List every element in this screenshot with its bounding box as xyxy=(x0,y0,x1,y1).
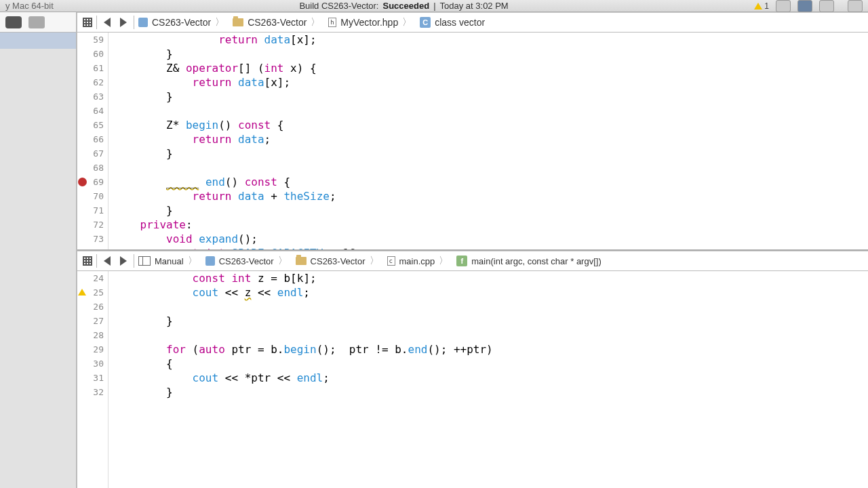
chevron-right-icon: 〉 xyxy=(370,255,379,267)
counterparts-icon[interactable] xyxy=(28,16,45,28)
gutter-bottom[interactable]: 242526272829303132 xyxy=(77,271,108,488)
code-bottom[interactable]: const int z = b[k]; cout << z << endl; }… xyxy=(108,271,868,488)
breadcrumb-symbol-label: class vector xyxy=(435,17,485,28)
navigator-mini-toolbar xyxy=(0,12,76,33)
breadcrumb-project-label: CS263-Vector xyxy=(219,256,274,266)
breadcrumb-symbol-label: main(int argc, const char * argv[]) xyxy=(471,256,601,266)
jump-bar-bottom: Manual 〉 CS263-Vector 〉 CS263-Vector 〉 c… xyxy=(77,251,868,271)
chevron-right-icon: 〉 xyxy=(311,16,320,28)
breadcrumb-file[interactable]: h MyVector.hpp 〉 xyxy=(324,16,416,28)
code-top[interactable]: return data[x]; } Z& operator[] (int x) … xyxy=(108,33,868,249)
breadcrumb-folder-label: CS263-Vector xyxy=(248,17,307,28)
navigator-selected-item[interactable] xyxy=(0,33,76,49)
panel-toggle-icon[interactable] xyxy=(848,0,863,12)
breadcrumb-folder[interactable]: CS263-Vector 〉 xyxy=(229,16,324,28)
header-file-icon: h xyxy=(328,18,336,27)
project-icon xyxy=(205,256,215,266)
version-editor-icon[interactable] xyxy=(819,0,834,12)
function-icon: f xyxy=(456,256,467,266)
breadcrumb-file-label: MyVector.hpp xyxy=(340,17,398,28)
chevron-right-icon: 〉 xyxy=(402,16,412,28)
related-items-icon[interactable] xyxy=(83,18,92,27)
recent-files-icon[interactable] xyxy=(5,16,22,28)
editor-bottom[interactable]: 242526272829303132 const int z = b[k]; c… xyxy=(77,271,868,488)
related-items-icon[interactable] xyxy=(83,256,92,266)
build-status: Succeeded xyxy=(382,1,429,11)
gutter-top[interactable]: 5960616263646566676869707172737475767778… xyxy=(77,33,108,249)
chevron-right-icon: 〉 xyxy=(278,255,288,267)
folder-icon xyxy=(296,257,307,265)
chevron-right-icon: 〉 xyxy=(188,255,197,267)
class-icon: C xyxy=(420,17,431,28)
breadcrumb-folder[interactable]: CS263-Vector 〉 xyxy=(292,255,383,267)
nav-back-button[interactable] xyxy=(101,255,113,267)
breadcrumb-symbol[interactable]: C class vector xyxy=(416,17,489,28)
cpp-file-icon: c xyxy=(387,256,395,266)
project-icon xyxy=(138,18,148,27)
warning-badge[interactable]: 1 xyxy=(754,1,769,11)
navigator-panel xyxy=(0,12,77,488)
assistant-mode-label: Manual xyxy=(155,256,184,266)
editor-layout-icon[interactable] xyxy=(776,0,791,12)
build-prefix: Build CS263-Vector: xyxy=(299,1,378,11)
jump-bar-top: CS263-Vector 〉 CS263-Vector 〉 h MyVector… xyxy=(77,12,868,33)
breadcrumb-symbol[interactable]: f main(int argc, const char * argv[]) xyxy=(452,256,605,266)
nav-forward-button[interactable] xyxy=(117,16,130,28)
assistant-mode[interactable]: Manual 〉 xyxy=(134,255,201,267)
build-status-area[interactable]: Build CS263-Vector: Succeeded | Today at… xyxy=(62,1,747,11)
nav-back-button[interactable] xyxy=(101,16,113,28)
breadcrumb-project[interactable]: CS263-Vector 〉 xyxy=(134,16,229,28)
nav-forward-button[interactable] xyxy=(117,255,130,267)
build-timestamp: Today at 3:02 PM xyxy=(440,1,509,11)
breadcrumb-file-label: main.cpp xyxy=(399,256,435,266)
chevron-right-icon: 〉 xyxy=(215,16,224,28)
title-bar: y Mac 64-bit Build CS263-Vector: Succeed… xyxy=(0,0,868,12)
split-panel-icon xyxy=(138,256,151,266)
build-separator: | xyxy=(433,1,435,11)
assistant-editor-icon[interactable] xyxy=(797,0,812,12)
chevron-right-icon: 〉 xyxy=(439,255,448,267)
breadcrumb-project[interactable]: CS263-Vector 〉 xyxy=(201,255,292,267)
breadcrumb-file[interactable]: c main.cpp 〉 xyxy=(383,255,453,267)
breadcrumb-project-label: CS263-Vector xyxy=(152,17,211,28)
editor-top[interactable]: 5960616263646566676869707172737475767778… xyxy=(77,33,868,249)
warning-count: 1 xyxy=(764,1,769,11)
breadcrumb-folder-label: CS263-Vector xyxy=(311,256,366,266)
warning-icon xyxy=(754,3,762,9)
device-label: y Mac 64-bit xyxy=(5,1,54,11)
folder-icon xyxy=(233,18,243,26)
